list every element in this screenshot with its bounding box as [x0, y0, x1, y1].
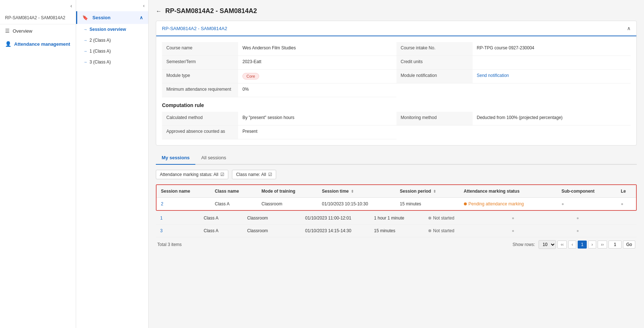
left-sidebar-collapse[interactable]: ‹ — [0, 0, 76, 12]
table-header-row: Session name Class name Mode of training… — [157, 185, 636, 198]
credit-units-label: Credit units — [396, 56, 473, 69]
session-bookmark-icon: 🔖 — [82, 15, 88, 20]
page-title: RP-SAM0814A2 - SAM0814A2 — [165, 7, 257, 15]
outer-row2-class-name: Class A — [199, 225, 243, 237]
module-notification-value: Send notification — [473, 70, 631, 83]
th-le: Le — [616, 185, 636, 198]
monitoring-method-row: Monitoring method Deducted from 100% (pr… — [396, 112, 631, 126]
arrow-class2a-icon: → — [83, 38, 87, 42]
session-link-1[interactable]: 1 — [160, 216, 163, 221]
outer-row1-session-period: 1 hour 1 minute — [370, 212, 424, 225]
sidebar-item-attendance-label: Attendance management — [14, 41, 70, 47]
sessions-tabs: My sessions All sessions — [156, 151, 637, 165]
th-class-name: Class name — [211, 185, 257, 198]
computation-rule-title: Computation rule — [162, 102, 631, 108]
arrow-class1a-icon: → — [83, 49, 87, 53]
empty-cell-2 — [396, 126, 631, 139]
pag-prev-btn[interactable]: ‹ — [568, 241, 576, 249]
course-info-grid: Course name Wes Anderson Film Studies Co… — [162, 42, 631, 97]
credit-units-value — [473, 56, 631, 69]
total-items-label: Total 3 items — [157, 242, 182, 247]
empty-cell — [396, 83, 631, 97]
rows-per-page-select[interactable]: 10 20 50 — [539, 240, 556, 249]
sidebar-item-overview-label: Overview — [13, 28, 32, 34]
sidebar-section-item-class2a[interactable]: → 2 (Class A) — [76, 35, 148, 46]
pag-go-button[interactable]: Go — [623, 241, 635, 249]
module-type-value: Core — [238, 70, 396, 83]
sidebar-section-item-overview[interactable]: → Session overview — [76, 24, 148, 35]
outer-row1-session-name: 1 — [156, 212, 199, 225]
left-sidebar: ‹ RP-SAM0814A2 - SAM0814A2 ☰ Overview 👤 … — [0, 0, 76, 328]
table-row: 2 Class A Classroom 01/10/2023 10:15-10:… — [157, 198, 636, 210]
min-attendance-label: Minimum attendance requirement — [162, 83, 238, 97]
session-link-3[interactable]: 3 — [160, 228, 163, 233]
row-class-name: Class A — [211, 198, 257, 210]
session-link-2[interactable]: 2 — [161, 201, 163, 206]
row-session-time: 01/10/2023 10:15-10:30 — [317, 198, 395, 210]
second-sidebar: ‹ 🔖 Session ∧ → Session overview → 2 (Cl… — [76, 0, 149, 328]
status-dot-orange — [464, 202, 467, 205]
pag-next-btn[interactable]: › — [588, 241, 596, 249]
filter-attendance-icon: ☑ — [220, 172, 224, 177]
module-type-badge: Core — [242, 73, 259, 79]
filter-attendance-label: Attendance marking status: All — [160, 172, 218, 177]
table-row: 1 Class A Classroom 01/10/2023 11:00-12:… — [156, 212, 637, 225]
row-marking-status: Pending attendance marking — [460, 198, 557, 210]
send-notification-link[interactable]: Send notification — [477, 73, 509, 78]
calc-method-row: Calculated method By "present" session h… — [162, 112, 396, 126]
pag-go-input[interactable] — [608, 241, 622, 249]
sort-session-period-icon: ⇕ — [433, 189, 436, 193]
sidebar-section-class2a-label: 2 (Class A) — [90, 38, 111, 43]
pag-page-1-btn[interactable]: 1 — [578, 241, 587, 249]
session-section-header[interactable]: 🔖 Session ∧ — [76, 11, 148, 24]
sessions-table: Session name Class name Mode of training… — [157, 185, 636, 210]
tab-all-sessions[interactable]: All sessions — [195, 151, 232, 165]
min-attendance-row: Minimum attendance requirement 0% — [162, 83, 396, 97]
back-arrow-button[interactable]: ← — [156, 8, 162, 15]
status-dot-grey-1 — [428, 217, 431, 220]
calc-method-label: Calculated method — [162, 112, 238, 125]
status-not-started-2: Not started — [428, 228, 503, 233]
second-sidebar-collapse[interactable]: ‹ — [76, 0, 148, 11]
outer-row1-class-name: Class A — [199, 212, 243, 225]
filter-bar: Attendance marking status: All ☑ Class n… — [156, 170, 637, 179]
th-marking-status: Attendance marking status — [460, 185, 557, 198]
course-name-row: Course name Wes Anderson Film Studies — [162, 42, 396, 56]
attendance-icon: 👤 — [5, 41, 11, 47]
arrow-overview-icon: → — [83, 27, 87, 32]
filter-class-name[interactable]: Class name: All ☑ — [232, 170, 276, 179]
sidebar-section-item-class1a[interactable]: → 1 (Class A) — [76, 46, 148, 57]
credit-units-row: Credit units — [396, 56, 631, 70]
course-name-label: Course name — [162, 42, 238, 56]
row-sub-component: ● — [557, 198, 616, 210]
pag-last-btn[interactable]: ›› — [598, 241, 607, 249]
sidebar-item-attendance[interactable]: 👤 Attendance management — [0, 37, 76, 50]
course-card: RP-SAM0814A2 - SAM0814A2 ∧ Course name W… — [156, 21, 637, 145]
th-mode: Mode of training — [257, 185, 318, 198]
course-card-body: Course name Wes Anderson Film Studies Co… — [156, 36, 636, 145]
module-type-label: Module type — [162, 70, 238, 83]
monitoring-method-label: Monitoring method — [396, 112, 473, 125]
highlighted-table-wrapper: Session name Class name Mode of training… — [156, 184, 637, 211]
outer-row1-sub-component: ● — [507, 212, 572, 225]
approved-absence-row: Approved absence counted as Present — [162, 126, 396, 139]
status-pending-label: Pending attendance marking — [469, 201, 524, 206]
course-card-header[interactable]: RP-SAM0814A2 - SAM0814A2 ∧ — [156, 21, 636, 36]
outer-row2-mode: Classroom — [243, 225, 301, 237]
table-footer: Total 3 items Show rows: 10 20 50 ‹‹ ‹ 1… — [156, 237, 637, 252]
tab-my-sessions[interactable]: My sessions — [156, 151, 195, 165]
th-session-name: Session name — [157, 185, 211, 198]
pag-first-btn[interactable]: ‹‹ — [557, 241, 567, 249]
sort-session-time-icon: ⇕ — [351, 189, 354, 193]
table-row: 3 Class A Classroom 01/10/2023 14:15-14:… — [156, 225, 637, 237]
th-sub-component: Sub-component — [557, 185, 616, 198]
pagination-right: Show rows: 10 20 50 ‹‹ ‹ 1 › ›› Go — [512, 240, 635, 249]
outer-row1-mode: Classroom — [243, 212, 301, 225]
filter-attendance-status[interactable]: Attendance marking status: All ☑ — [156, 170, 228, 179]
sidebar-section-item-class3a[interactable]: → 3 (Class A) — [76, 57, 148, 67]
course-name-value: Wes Anderson Film Studies — [238, 42, 396, 56]
sidebar-item-overview[interactable]: ☰ Overview — [0, 24, 76, 37]
outer-row2-session-period: 15 minutes — [370, 225, 424, 237]
min-attendance-value: 0% — [238, 83, 396, 97]
filter-class-icon: ☑ — [268, 172, 272, 177]
